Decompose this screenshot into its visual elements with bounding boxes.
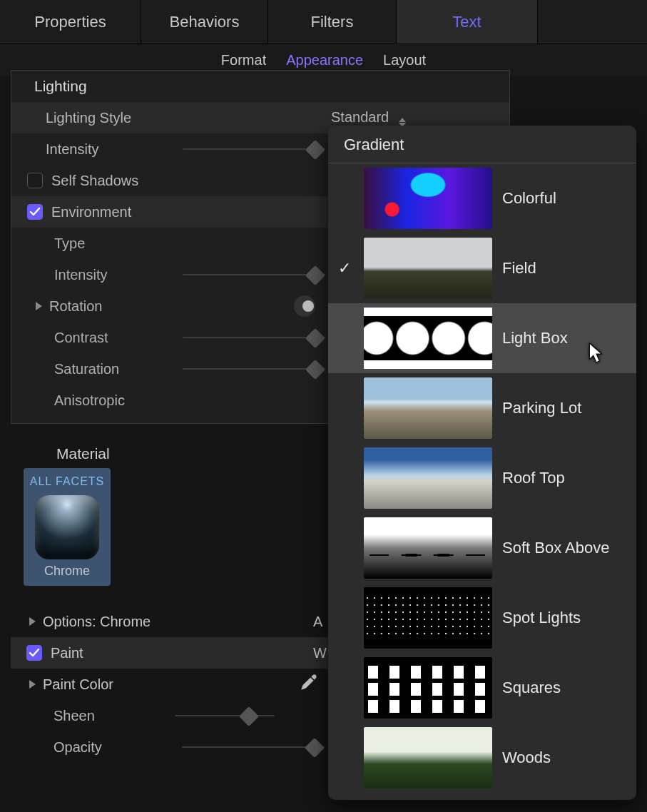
env-thumbnail	[364, 238, 492, 299]
self-shadows-checkbox[interactable]	[27, 173, 43, 188]
tab-behaviors[interactable]: Behaviors	[141, 0, 268, 44]
env-option-light-box[interactable]: Light Box	[328, 303, 636, 373]
env-thumbnail	[364, 377, 492, 439]
env-thumbnail	[364, 657, 492, 719]
lighting-style-value[interactable]: Standard	[331, 109, 406, 127]
env-option-woods[interactable]: Woods	[328, 723, 636, 793]
tab-properties[interactable]: Properties	[0, 0, 141, 44]
env-option-label: Parking Lot	[502, 399, 622, 417]
popover-list: Colorful✓FieldLight BoxParking LotRoof T…	[328, 163, 636, 793]
env-thumbnail	[364, 587, 492, 649]
disclosure-right-icon	[29, 680, 36, 689]
sheen-slider[interactable]	[175, 709, 275, 723]
facet-card[interactable]: ALL FACETS Chrome	[24, 468, 111, 586]
top-tabs: Properties Behaviors Filters Text	[0, 0, 647, 44]
env-thumbnail	[364, 517, 492, 579]
all-facets-label: ALL FACETS	[24, 472, 111, 492]
eyedropper-icon[interactable]	[299, 674, 317, 696]
opacity-slider[interactable]	[182, 740, 325, 754]
disclosure-right-icon	[36, 302, 42, 310]
env-thumbnail	[364, 727, 492, 788]
paint-checkbox[interactable]	[26, 645, 42, 661]
env-intensity-slider[interactable]	[183, 268, 325, 282]
env-option-label: Field	[502, 259, 622, 278]
env-option-field[interactable]: ✓Field	[328, 233, 636, 303]
env-option-label: Soft Box Above	[502, 539, 622, 557]
options-value: A	[313, 614, 322, 630]
environment-type-popover[interactable]: Gradient Colorful✓FieldLight BoxParking …	[328, 126, 636, 800]
tab-filters[interactable]: Filters	[268, 0, 397, 44]
material-thumbnail[interactable]	[35, 495, 99, 559]
env-option-label: Woods	[502, 748, 622, 767]
env-thumbnail	[364, 308, 492, 369]
env-option-roof-top[interactable]: Roof Top	[328, 443, 636, 513]
tab-text[interactable]: Text	[397, 0, 538, 44]
env-saturation-slider[interactable]	[183, 362, 325, 376]
paint-value: W	[313, 645, 327, 661]
subtab-layout[interactable]: Layout	[383, 52, 426, 68]
environment-checkbox[interactable]	[27, 204, 43, 220]
env-option-label: Light Box	[502, 329, 622, 347]
material-preset-name: Chrome	[24, 564, 111, 579]
env-option-squares[interactable]: Squares	[328, 653, 636, 723]
env-thumbnail	[364, 447, 492, 509]
env-thumbnail	[364, 168, 492, 229]
disclosure-right-icon	[29, 617, 36, 626]
subtab-format[interactable]: Format	[221, 52, 266, 68]
env-option-label: Squares	[502, 679, 622, 697]
env-option-parking-lot[interactable]: Parking Lot	[328, 373, 636, 443]
env-contrast-slider[interactable]	[183, 330, 325, 345]
env-option-soft-box-above[interactable]: Soft Box Above	[328, 513, 636, 583]
checkmark-icon: ✓	[335, 259, 354, 278]
env-option-label: Roof Top	[502, 469, 622, 487]
popover-title: Gradient	[328, 126, 636, 163]
env-option-spot-lights[interactable]: Spot Lights	[328, 583, 636, 653]
env-option-label: Colorful	[502, 189, 622, 208]
env-option-label: Spot Lights	[502, 609, 622, 627]
subtab-appearance[interactable]: Appearance	[286, 52, 363, 68]
lighting-header: Lighting	[11, 71, 509, 102]
rotation-dial[interactable]	[294, 295, 315, 317]
env-option-colorful[interactable]: Colorful	[328, 163, 636, 233]
intensity-slider[interactable]	[183, 142, 325, 156]
